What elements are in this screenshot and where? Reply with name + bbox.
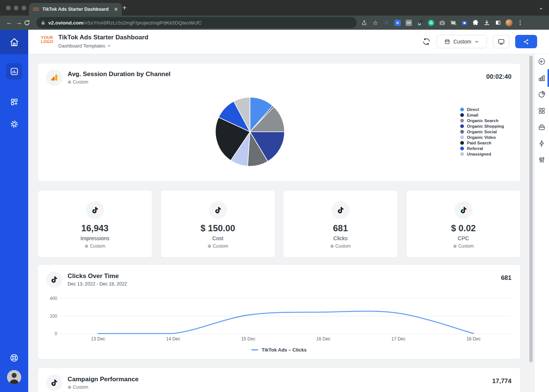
dashboard-canvas: Avg. Session Duration by Channel Custom …: [28, 54, 534, 392]
breadcrumb[interactable]: Dashboard Templates: [58, 43, 111, 49]
tiktok-icon: [46, 271, 62, 288]
extension-code-icon[interactable]: </>: [405, 19, 413, 27]
widget-title: Campaign Performance: [68, 376, 139, 383]
extensions-puzzle-icon[interactable]: [472, 19, 480, 27]
legend-swatch: [460, 152, 464, 156]
globe-icon: [68, 79, 71, 85]
reload-button[interactable]: [24, 20, 33, 26]
legend-label: Paid Search: [467, 141, 491, 145]
legend-label: Organic Search: [467, 118, 498, 123]
legend-swatch: [460, 124, 464, 128]
globe-icon: [453, 244, 457, 249]
widget-source: Custom: [85, 244, 105, 249]
svg-text:400: 400: [50, 296, 57, 301]
browser-tab[interactable]: YOURLOGO TikTok Ads Starter Dashboard ✕: [29, 3, 122, 16]
legend-swatch: [460, 130, 464, 134]
legend-item-paid-search[interactable]: Paid Search: [460, 140, 504, 146]
extension-camera-blue-icon[interactable]: [461, 19, 468, 27]
forward-button[interactable]: →: [14, 19, 24, 26]
svg-text:18 Dec: 18 Dec: [467, 336, 481, 342]
tool-pie-chart-widgets[interactable]: [535, 89, 549, 100]
google-analytics-icon: [46, 69, 62, 86]
date-range-selector[interactable]: Custom: [436, 35, 487, 48]
tool-automations[interactable]: [535, 138, 549, 149]
extension-screenshot-frame-icon[interactable]: [449, 19, 457, 27]
new-tab-button[interactable]: +: [122, 3, 127, 12]
chevron-down-icon: [474, 39, 479, 44]
legend-item-email[interactable]: Email: [460, 112, 504, 118]
url-domain: v2.oviond.com: [48, 20, 84, 26]
widget-session-duration: Avg. Session Duration by Channel Custom …: [38, 63, 521, 182]
legend-label: Organic Social: [467, 130, 497, 134]
window-maximize-button[interactable]: [22, 6, 26, 10]
chevron-down-icon: [107, 44, 111, 48]
legend-item-referral[interactable]: Referral: [460, 146, 504, 151]
back-button[interactable]: ←: [4, 19, 14, 26]
globe-icon: [68, 385, 71, 390]
widget-source: Custom: [68, 385, 139, 390]
window-controls[interactable]: [6, 6, 26, 10]
sidebar-item-help[interactable]: [6, 350, 22, 366]
widget-source: Custom: [208, 244, 228, 249]
sidebar-item-settings[interactable]: [6, 116, 22, 132]
window-minimize-button[interactable]: [14, 6, 19, 10]
legend-item-organic-search[interactable]: Organic Search: [460, 118, 504, 123]
svg-text:13 Dec: 13 Dec: [91, 336, 105, 342]
tab-search-chevron-icon[interactable]: ⌄: [539, 5, 543, 10]
brand-logo[interactable]: YOURLOGO: [41, 36, 53, 44]
share-page-icon[interactable]: [360, 19, 368, 27]
widget-campaign-performance: Campaign Performance Custom 17,774: [38, 368, 521, 392]
legend-item-organic-video[interactable]: Organic Video: [460, 134, 504, 140]
address-bar[interactable]: v2.oviond.com/vSxYmA8RzLr2s2mgF/project/…: [36, 17, 357, 28]
content-scrollbar[interactable]: [529, 56, 533, 362]
extension-colorpicker-icon[interactable]: [416, 19, 424, 27]
side-panel-icon[interactable]: [494, 19, 502, 27]
legend-item-organic-shopping[interactable]: Organic Shopping: [460, 123, 504, 129]
bookmark-star-icon[interactable]: ☆: [371, 19, 379, 27]
svg-text:16 Dec: 16 Dec: [316, 336, 331, 342]
sidebar-item-home[interactable]: [0, 30, 28, 54]
tiktok-icon: [332, 201, 350, 219]
tiktok-icon: [46, 375, 62, 391]
tab-close-icon[interactable]: ✕: [114, 7, 118, 12]
line-chart-legend[interactable]: TikTok Ads – Clicks: [38, 347, 520, 353]
tool-assets[interactable]: [535, 121, 549, 133]
present-mode-button[interactable]: [493, 35, 509, 48]
lifebuoy-icon: [10, 353, 19, 362]
tab-title: TikTok Ads Starter Dashboard: [42, 7, 110, 12]
campaign-total-value: 17,774: [492, 378, 511, 385]
kpi-label: Cost: [212, 235, 224, 241]
kpi-label: Impressions: [80, 235, 109, 241]
sidebar-item-integrations[interactable]: [6, 94, 22, 110]
extension-camera-gray-icon[interactable]: [438, 19, 446, 27]
extension-starburst-icon[interactable]: ✳: [383, 19, 390, 27]
svg-text:15 Dec: 15 Dec: [241, 336, 255, 342]
browser-profile-avatar[interactable]: [505, 19, 513, 27]
pie-chart: [213, 95, 287, 169]
share-button[interactable]: [515, 35, 537, 48]
widget-title: Clicks Over Time: [68, 272, 127, 280]
legend-label: Organic Video: [467, 135, 496, 140]
browser-menu-kebab-icon[interactable]: ⋮: [516, 19, 524, 27]
user-avatar[interactable]: [6, 369, 22, 385]
window-close-button[interactable]: [6, 6, 11, 10]
calendar-icon: [444, 39, 450, 45]
extension-grammarly-icon[interactable]: G: [427, 19, 435, 27]
tool-bar-chart-widgets[interactable]: [535, 72, 549, 84]
tool-filters-sliders[interactable]: [535, 154, 549, 165]
refresh-button[interactable]: [422, 37, 431, 46]
legend-item-organic-social[interactable]: Organic Social: [460, 129, 504, 134]
legend-swatch: [460, 108, 464, 111]
kpi-value: 16,943: [81, 223, 108, 233]
extension-tag-icon[interactable]: B: [394, 19, 402, 27]
kpi-label: CPC: [458, 235, 469, 241]
globe-icon: [330, 244, 334, 249]
tool-grid-widgets[interactable]: [535, 105, 549, 116]
downloads-icon[interactable]: [483, 19, 491, 27]
collapse-panel-button[interactable]: [535, 56, 549, 67]
kpi-card-cpc: $ 0.02 CPC Custom: [406, 190, 521, 258]
widget-clicks-over-time: Clicks Over Time Dec 13, 2022 - Dec 18, …: [38, 264, 521, 359]
legend-item-direct[interactable]: Direct: [460, 107, 504, 112]
sidebar-item-dashboards[interactable]: [6, 63, 22, 79]
legend-item-unassigned[interactable]: Unassigned: [460, 151, 504, 157]
